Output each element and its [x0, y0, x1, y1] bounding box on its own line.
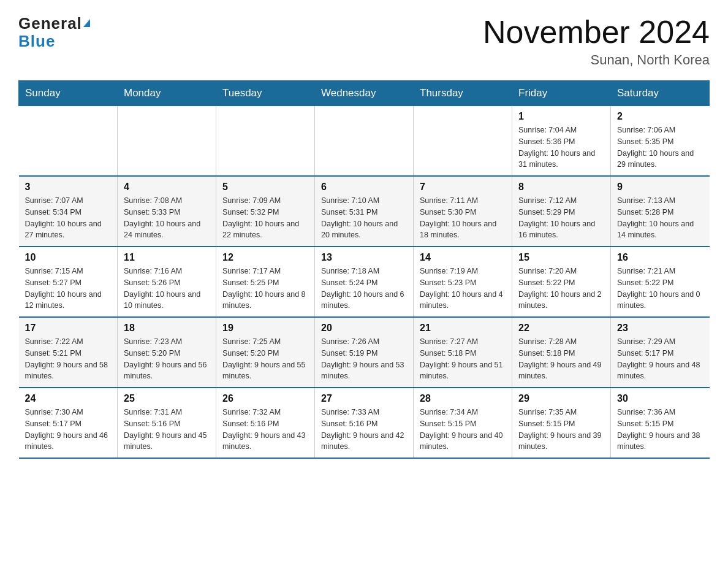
- calendar-cell: 17Sunrise: 7:22 AM Sunset: 5:21 PM Dayli…: [19, 317, 118, 388]
- day-number: 12: [222, 252, 308, 263]
- day-number: 14: [420, 252, 506, 263]
- day-info: Sunrise: 7:23 AM Sunset: 5:20 PM Dayligh…: [124, 336, 210, 382]
- day-info: Sunrise: 7:16 AM Sunset: 5:26 PM Dayligh…: [124, 266, 210, 312]
- day-number: 15: [518, 252, 604, 263]
- day-number: 25: [124, 393, 210, 404]
- calendar-week-1: 1Sunrise: 7:04 AM Sunset: 5:36 PM Daylig…: [19, 106, 710, 177]
- calendar-cell: 11Sunrise: 7:16 AM Sunset: 5:26 PM Dayli…: [118, 247, 216, 317]
- calendar-cell: 9Sunrise: 7:13 AM Sunset: 5:28 PM Daylig…: [611, 176, 710, 247]
- calendar-cell: 1Sunrise: 7:04 AM Sunset: 5:36 PM Daylig…: [512, 106, 611, 177]
- day-info: Sunrise: 7:17 AM Sunset: 5:25 PM Dayligh…: [222, 266, 308, 312]
- calendar-week-5: 24Sunrise: 7:30 AM Sunset: 5:17 PM Dayli…: [19, 388, 710, 458]
- day-number: 9: [617, 182, 703, 193]
- calendar-cell: [19, 106, 118, 177]
- day-info: Sunrise: 7:22 AM Sunset: 5:21 PM Dayligh…: [25, 336, 112, 382]
- calendar-cell: 25Sunrise: 7:31 AM Sunset: 5:16 PM Dayli…: [118, 388, 216, 458]
- calendar-cell: 2Sunrise: 7:06 AM Sunset: 5:35 PM Daylig…: [611, 106, 710, 177]
- day-number: 1: [518, 111, 604, 122]
- day-info: Sunrise: 7:32 AM Sunset: 5:16 PM Dayligh…: [222, 407, 308, 453]
- day-number: 16: [617, 252, 703, 263]
- weekday-header-sunday: Sunday: [19, 81, 118, 106]
- day-info: Sunrise: 7:09 AM Sunset: 5:32 PM Dayligh…: [222, 195, 308, 241]
- calendar-cell: 27Sunrise: 7:33 AM Sunset: 5:16 PM Dayli…: [315, 388, 414, 458]
- calendar-cell: 15Sunrise: 7:20 AM Sunset: 5:22 PM Dayli…: [512, 247, 611, 317]
- calendar-cell: 16Sunrise: 7:21 AM Sunset: 5:22 PM Dayli…: [611, 247, 710, 317]
- day-number: 2: [617, 111, 703, 122]
- day-info: Sunrise: 7:29 AM Sunset: 5:17 PM Dayligh…: [617, 336, 703, 382]
- day-number: 22: [518, 323, 604, 334]
- calendar-cell: 18Sunrise: 7:23 AM Sunset: 5:20 PM Dayli…: [118, 317, 216, 388]
- day-info: Sunrise: 7:33 AM Sunset: 5:16 PM Dayligh…: [321, 407, 407, 453]
- calendar-cell: [216, 106, 315, 177]
- day-number: 27: [321, 393, 407, 404]
- day-number: 3: [25, 182, 112, 193]
- day-info: Sunrise: 7:27 AM Sunset: 5:18 PM Dayligh…: [420, 336, 506, 382]
- day-info: Sunrise: 7:13 AM Sunset: 5:28 PM Dayligh…: [617, 195, 703, 241]
- weekday-header-thursday: Thursday: [414, 81, 512, 106]
- day-info: Sunrise: 7:04 AM Sunset: 5:36 PM Dayligh…: [518, 124, 604, 170]
- logo: General Blue: [18, 15, 90, 50]
- location: Sunan, North Korea: [483, 52, 710, 68]
- calendar-week-2: 3Sunrise: 7:07 AM Sunset: 5:34 PM Daylig…: [19, 176, 710, 247]
- logo-general-text: General: [18, 15, 82, 33]
- calendar-cell: 3Sunrise: 7:07 AM Sunset: 5:34 PM Daylig…: [19, 176, 118, 247]
- calendar-cell: 21Sunrise: 7:27 AM Sunset: 5:18 PM Dayli…: [414, 317, 512, 388]
- day-info: Sunrise: 7:28 AM Sunset: 5:18 PM Dayligh…: [518, 336, 604, 382]
- day-info: Sunrise: 7:11 AM Sunset: 5:30 PM Dayligh…: [420, 195, 506, 241]
- day-info: Sunrise: 7:21 AM Sunset: 5:22 PM Dayligh…: [617, 266, 703, 312]
- page-header: General Blue November 2024 Sunan, North …: [18, 15, 710, 68]
- calendar-cell: 12Sunrise: 7:17 AM Sunset: 5:25 PM Dayli…: [216, 247, 315, 317]
- title-block: November 2024 Sunan, North Korea: [483, 15, 710, 68]
- calendar-cell: 13Sunrise: 7:18 AM Sunset: 5:24 PM Dayli…: [315, 247, 414, 317]
- day-info: Sunrise: 7:07 AM Sunset: 5:34 PM Dayligh…: [25, 195, 112, 241]
- day-info: Sunrise: 7:08 AM Sunset: 5:33 PM Dayligh…: [124, 195, 210, 241]
- calendar-cell: [414, 106, 512, 177]
- day-info: Sunrise: 7:12 AM Sunset: 5:29 PM Dayligh…: [518, 195, 604, 241]
- day-number: 28: [420, 393, 506, 404]
- calendar-cell: 5Sunrise: 7:09 AM Sunset: 5:32 PM Daylig…: [216, 176, 315, 247]
- weekday-header-monday: Monday: [118, 81, 216, 106]
- calendar-cell: 8Sunrise: 7:12 AM Sunset: 5:29 PM Daylig…: [512, 176, 611, 247]
- calendar-cell: 28Sunrise: 7:34 AM Sunset: 5:15 PM Dayli…: [414, 388, 512, 458]
- day-number: 17: [25, 323, 112, 334]
- day-number: 6: [321, 182, 407, 193]
- day-number: 8: [518, 182, 604, 193]
- calendar-cell: 20Sunrise: 7:26 AM Sunset: 5:19 PM Dayli…: [315, 317, 414, 388]
- day-number: 7: [420, 182, 506, 193]
- day-info: Sunrise: 7:15 AM Sunset: 5:27 PM Dayligh…: [25, 266, 112, 312]
- month-title: November 2024: [483, 15, 710, 50]
- day-number: 21: [420, 323, 506, 334]
- calendar-cell: 26Sunrise: 7:32 AM Sunset: 5:16 PM Dayli…: [216, 388, 315, 458]
- day-number: 20: [321, 323, 407, 334]
- day-number: 26: [222, 393, 308, 404]
- day-info: Sunrise: 7:18 AM Sunset: 5:24 PM Dayligh…: [321, 266, 407, 312]
- day-number: 10: [25, 252, 112, 263]
- day-info: Sunrise: 7:34 AM Sunset: 5:15 PM Dayligh…: [420, 407, 506, 453]
- calendar-header-row: SundayMondayTuesdayWednesdayThursdayFrid…: [19, 81, 710, 106]
- weekday-header-friday: Friday: [512, 81, 611, 106]
- day-info: Sunrise: 7:10 AM Sunset: 5:31 PM Dayligh…: [321, 195, 407, 241]
- day-number: 23: [617, 323, 703, 334]
- calendar-cell: 24Sunrise: 7:30 AM Sunset: 5:17 PM Dayli…: [19, 388, 118, 458]
- day-info: Sunrise: 7:35 AM Sunset: 5:15 PM Dayligh…: [518, 407, 604, 453]
- day-number: 30: [617, 393, 703, 404]
- day-number: 5: [222, 182, 308, 193]
- weekday-header-saturday: Saturday: [611, 81, 710, 106]
- day-info: Sunrise: 7:30 AM Sunset: 5:17 PM Dayligh…: [25, 407, 112, 453]
- day-number: 13: [321, 252, 407, 263]
- day-number: 24: [25, 393, 112, 404]
- day-number: 4: [124, 182, 210, 193]
- calendar-cell: 22Sunrise: 7:28 AM Sunset: 5:18 PM Dayli…: [512, 317, 611, 388]
- calendar-week-3: 10Sunrise: 7:15 AM Sunset: 5:27 PM Dayli…: [19, 247, 710, 317]
- calendar-cell: 14Sunrise: 7:19 AM Sunset: 5:23 PM Dayli…: [414, 247, 512, 317]
- calendar-cell: 29Sunrise: 7:35 AM Sunset: 5:15 PM Dayli…: [512, 388, 611, 458]
- day-info: Sunrise: 7:26 AM Sunset: 5:19 PM Dayligh…: [321, 336, 407, 382]
- day-number: 11: [124, 252, 210, 263]
- day-info: Sunrise: 7:36 AM Sunset: 5:15 PM Dayligh…: [617, 407, 703, 453]
- calendar-cell: [118, 106, 216, 177]
- weekday-header-tuesday: Tuesday: [216, 81, 315, 106]
- logo-blue-text: Blue: [18, 32, 55, 50]
- day-number: 19: [222, 323, 308, 334]
- calendar-cell: 30Sunrise: 7:36 AM Sunset: 5:15 PM Dayli…: [611, 388, 710, 458]
- calendar-week-4: 17Sunrise: 7:22 AM Sunset: 5:21 PM Dayli…: [19, 317, 710, 388]
